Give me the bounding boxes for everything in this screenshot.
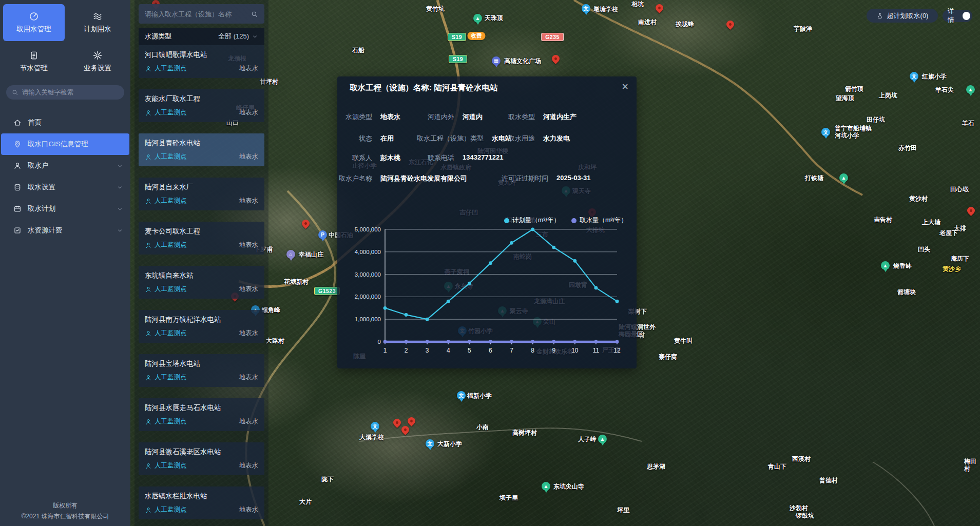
intake-point-pin[interactable] bbox=[966, 205, 976, 216]
station-search-input[interactable] bbox=[145, 10, 251, 18]
map-place-label: 寨仔窝 bbox=[659, 353, 677, 360]
monitor-type: 人工监测点 bbox=[155, 329, 187, 338]
station-name: 陆河县水唇走马石水电站 bbox=[145, 403, 258, 413]
map-place-label: 相坑 bbox=[631, 1, 644, 8]
over-plan-button[interactable]: 超计划取水(0) bbox=[867, 9, 938, 23]
map-place-label: 芋陂洋 bbox=[794, 25, 812, 32]
intake-point-pin[interactable] bbox=[392, 417, 402, 428]
person-icon bbox=[145, 374, 152, 381]
app-button-3[interactable]: 节水管理 bbox=[3, 43, 65, 80]
station-name: 东坑镇自来水站 bbox=[145, 271, 258, 280]
map-place-label: 羊石尖 bbox=[935, 86, 954, 93]
water-source-type: 地表水 bbox=[239, 197, 259, 205]
water-source-type: 地表水 bbox=[239, 417, 259, 426]
app-button-2[interactable]: 计划用水 bbox=[67, 4, 128, 41]
sidebar-item-3[interactable]: 取水户 bbox=[0, 155, 130, 177]
map-place-label: 坪里 bbox=[617, 506, 629, 514]
intake-point-pin[interactable] bbox=[406, 416, 417, 426]
field-label: 河道内外 bbox=[414, 112, 454, 122]
water-source-type: 地表水 bbox=[239, 461, 259, 470]
app-button-1[interactable]: 取用水管理 bbox=[3, 4, 65, 41]
map-place-label: 西溪村 bbox=[792, 455, 811, 462]
list-item[interactable]: 河口镇唱歌潭水电站人工监测点地表水 bbox=[139, 45, 264, 78]
field-label: 取水用途 bbox=[491, 134, 535, 143]
svg-text:5: 5 bbox=[468, 347, 471, 354]
list-item[interactable]: 麦卡公司取水工程人工监测点地表水 bbox=[139, 222, 264, 255]
sidebar-item-6[interactable]: 水资源计费 bbox=[0, 220, 130, 241]
filter-dropdown[interactable]: 全部 (125) bbox=[218, 32, 258, 41]
station-detail-modal: 取水工程（设施）名称: 陆河县青砼水电站 × 水源类型地表水河道内外河道内取水类… bbox=[337, 76, 637, 368]
map-place-label: 凹头 bbox=[918, 246, 930, 253]
school-marker-icon: 文 bbox=[821, 128, 830, 137]
svg-text:7: 7 bbox=[510, 347, 513, 354]
over-plan-label: 超计划取水(0) bbox=[887, 11, 929, 21]
list-item[interactable]: 东坑镇自来水站人工监测点地表水 bbox=[139, 266, 264, 299]
detail-field: 许可证过期时间2025-03-31 bbox=[491, 174, 591, 183]
document-icon bbox=[29, 50, 39, 61]
map-place-label: 锣鼓坑 bbox=[796, 512, 814, 519]
filter-label: 水源类型 bbox=[145, 32, 171, 41]
detail-toggle[interactable]: 详情 bbox=[943, 10, 972, 22]
list-item[interactable]: 陆河县青砼水电站人工监测点地表水 bbox=[139, 133, 264, 166]
detail-label: 详情 bbox=[948, 7, 959, 25]
intake-point-pin[interactable] bbox=[654, 3, 665, 13]
map-place-label: 石船 bbox=[352, 47, 364, 54]
monitor-type: 人工监测点 bbox=[155, 64, 187, 73]
intake-point-pin[interactable] bbox=[400, 424, 411, 435]
map-place-label: 大新小学 bbox=[437, 440, 462, 447]
sidebar-item-4[interactable]: 取水设置 bbox=[0, 177, 130, 198]
station-name: 陆河县自来水厂 bbox=[145, 183, 258, 192]
svg-text:4: 4 bbox=[447, 347, 450, 354]
monitor-type: 人工监测点 bbox=[155, 285, 187, 294]
road-badge: S19 bbox=[449, 55, 467, 63]
map-place-label: 东坑尖山寺 bbox=[553, 483, 584, 490]
sidebar-item-2[interactable]: 取水口GIS信息管理 bbox=[1, 133, 129, 155]
list-item[interactable]: 陆河县南万镇杞洋水电站人工监测点地表水 bbox=[139, 310, 264, 343]
road-badge: G1523 bbox=[314, 287, 340, 295]
map-place-label: 黄竹坑 bbox=[426, 5, 445, 12]
list-item[interactable]: 友能水厂取水工程人工监测点地表水 bbox=[139, 89, 264, 122]
copyright-footer: 版权所有 ©2021 珠海市仁智科技有限公司 bbox=[0, 500, 130, 522]
chevron-down-icon bbox=[117, 163, 123, 169]
station-name: 陆河县宝塔水电站 bbox=[145, 359, 258, 368]
station-name: 陆河县青砼水电站 bbox=[145, 139, 258, 148]
search-icon bbox=[251, 10, 258, 18]
person-icon bbox=[145, 330, 152, 337]
sidebar-item-label: 取水计划 bbox=[28, 204, 55, 213]
svg-text:3,000,000: 3,000,000 bbox=[355, 271, 381, 278]
map-place-label: 高树坪村 bbox=[512, 429, 537, 436]
person-icon bbox=[145, 109, 152, 116]
svg-text:2,000,000: 2,000,000 bbox=[355, 294, 381, 300]
field-label: 许可证过期时间 bbox=[491, 174, 548, 183]
svg-text:4,000,000: 4,000,000 bbox=[355, 249, 381, 255]
list-item[interactable]: 陆河县自来水厂人工监测点地表水 bbox=[139, 178, 264, 210]
svg-text:2: 2 bbox=[405, 347, 408, 354]
close-icon[interactable]: × bbox=[622, 80, 628, 94]
detail-field: 取水户名称陆河县青砼水电发展有限公司 bbox=[337, 174, 467, 183]
list-item[interactable]: 陆河县宝塔水电站人工监测点地表水 bbox=[139, 354, 264, 387]
list-item[interactable]: 陆河县激石溪老区水电站人工监测点地表水 bbox=[139, 442, 264, 475]
map-place-label: 青山下 bbox=[768, 463, 786, 470]
location-pin-icon bbox=[13, 140, 22, 148]
map-place-label: 人子嶂 bbox=[578, 436, 597, 443]
sidebar-item-5[interactable]: 取水计划 bbox=[0, 198, 130, 220]
map-place-label: 赤竹田 bbox=[898, 144, 917, 151]
scenic-marker-icon: ▲ bbox=[542, 482, 550, 491]
map-place-label: 南进村 bbox=[638, 18, 657, 26]
person-icon bbox=[145, 462, 152, 470]
sidebar-item-label: 取水设置 bbox=[28, 183, 55, 192]
list-item[interactable]: 水唇镇水栏肚水电站人工监测点地表水 bbox=[139, 486, 264, 519]
intake-point-pin[interactable] bbox=[725, 19, 736, 30]
person-icon bbox=[145, 65, 152, 72]
app-button-4[interactable]: 业务设置 bbox=[67, 43, 128, 80]
map-place-label: 羊石 bbox=[962, 120, 974, 127]
intake-point-pin[interactable] bbox=[550, 53, 561, 64]
sidebar-item-1[interactable]: 首页 bbox=[0, 112, 130, 133]
road-badge: S19 bbox=[448, 33, 466, 41]
field-value: 水力发电 bbox=[543, 134, 570, 143]
list-item[interactable]: 陆河县水唇走马石水电站人工监测点地表水 bbox=[139, 398, 264, 431]
flask-icon bbox=[876, 12, 883, 20]
intake-point-pin[interactable] bbox=[300, 218, 311, 229]
keyword-search-input[interactable] bbox=[22, 89, 119, 96]
monitor-type: 人工监测点 bbox=[155, 241, 187, 249]
